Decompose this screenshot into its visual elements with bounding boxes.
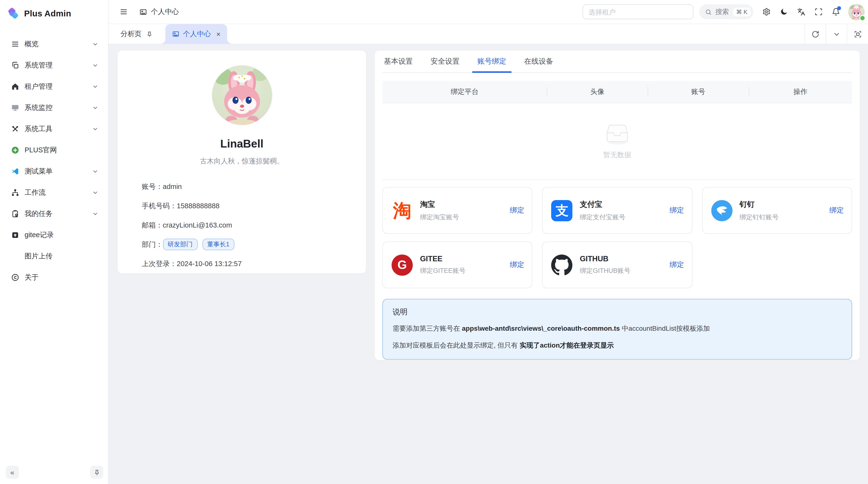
bind-link[interactable]: 绑定 [670, 206, 684, 215]
bind-link[interactable]: 绑定 [830, 206, 844, 215]
sidebar-item-label: 我的任务 [25, 209, 92, 218]
sidebar-footer: « [6, 466, 103, 479]
maximize-tab-button[interactable] [847, 24, 868, 44]
maximize-icon [854, 30, 862, 38]
profile-motto: 古木向人秋，惊蓬掠鬓稠。 [200, 157, 284, 166]
sidebar-item-2[interactable]: 系统管理 [5, 56, 103, 75]
tenant-select-input[interactable] [582, 4, 693, 19]
settings-button[interactable] [759, 5, 774, 19]
taobao-icon: 淘 [393, 201, 411, 220]
app-logo-icon [7, 7, 20, 20]
table-column-header: 头像 [547, 87, 648, 96]
notification-dot [837, 6, 841, 10]
field-value: 2024-10-06 13:12:57 [177, 260, 242, 267]
app-title: Plus Admin [24, 9, 71, 19]
gitee-icon: G [392, 254, 413, 276]
profile-field-row: 部门：研发部门董事长1 [142, 235, 356, 254]
bind-link[interactable]: 绑定 [670, 260, 684, 269]
sidebar-toggle-button[interactable] [116, 5, 131, 19]
panel-tab-1[interactable]: 基本设置 [382, 51, 414, 72]
tasks-icon [11, 209, 19, 218]
platform-name: 淘宝 [420, 199, 510, 209]
icon-spacer [11, 252, 19, 260]
bind-card-支付宝: 支 支付宝 绑定支付宝账号 绑定 [542, 187, 692, 234]
search-icon [705, 8, 712, 15]
sidebar-collapse-button[interactable]: « [6, 466, 19, 479]
profile-field-row: 邮箱：crazyLionLi@163.com [142, 216, 356, 235]
tab-label: 个人中心 [183, 29, 211, 39]
field-label: 部门： [142, 240, 163, 249]
tab-1[interactable]: 分析页 [108, 24, 157, 44]
moon-button[interactable] [776, 5, 791, 19]
chevron-down-tab-button[interactable] [826, 24, 847, 44]
column-divider [547, 87, 547, 97]
sidebar-item-11[interactable]: 图片上传 [5, 246, 103, 266]
workflow-icon [11, 188, 19, 196]
tab-close-icon[interactable]: × [216, 30, 221, 38]
field-label: 手机号码： [142, 201, 177, 211]
table-column-header: 绑定平台 [382, 87, 547, 96]
panel-tab-label: 在线设备 [524, 57, 553, 66]
global-search-button[interactable]: 搜索 ⌘ K [699, 4, 753, 19]
panel-tab-3[interactable]: 账号绑定 [476, 51, 508, 72]
platform-name: 支付宝 [580, 199, 670, 209]
panel-tab-label: 基本设置 [384, 57, 413, 66]
note-line: 需要添加第三方账号在 apps\web-antd\src\views\_core… [393, 323, 842, 334]
platform-logo: 淘 [392, 200, 413, 221]
sidebar-item-8[interactable]: 工作流 [5, 183, 103, 202]
fullscreen-button[interactable] [811, 5, 826, 19]
chevron-down-icon [92, 41, 98, 47]
sidebar-item-10[interactable]: ¥gitee记录 [5, 225, 103, 245]
sidebar-item-4[interactable]: 系统监控 [5, 98, 103, 117]
table-column-header: 账号 [648, 87, 749, 96]
platform-desc: 绑定GITHUB账号 [580, 266, 670, 275]
platform-logo [551, 254, 572, 276]
field-label: 邮箱： [142, 221, 163, 230]
language-button[interactable] [794, 5, 808, 19]
sidebar-item-3[interactable]: 租户管理 [5, 77, 103, 96]
moon-icon [779, 8, 788, 16]
bind-link[interactable]: 绑定 [510, 206, 524, 215]
user-avatar[interactable] [848, 4, 865, 20]
vscode-icon [11, 167, 19, 175]
page-tabbar: 分析页个人中心× [108, 24, 868, 44]
bell-button[interactable] [829, 5, 843, 19]
sidebar-menu: 概览系统管理租户管理系统监控系统工具PLUS官网测试菜单工作流我的任务¥gite… [0, 20, 108, 287]
fullscreen-icon [814, 8, 823, 16]
tabs: 分析页个人中心× [108, 24, 227, 44]
menu-icon [11, 40, 19, 48]
github-icon [551, 254, 572, 276]
alipay-icon: 支 [551, 200, 572, 221]
sidebar-item-12[interactable]: 关于 [5, 267, 103, 287]
panel-tab-2[interactable]: 安全设置 [429, 51, 461, 72]
profile-card-icon [172, 30, 179, 38]
field-value: crazyLionLi@163.com [163, 221, 232, 229]
tab-2[interactable]: 个人中心× [165, 24, 227, 44]
sidebar-item-5[interactable]: 系统工具 [5, 119, 103, 138]
tab-controls [804, 24, 868, 44]
bind-table-header: 绑定平台头像账号操作 [382, 81, 852, 103]
sidebar-item-6[interactable]: PLUS官网 [5, 140, 103, 160]
sidebar-item-7[interactable]: 测试菜单 [5, 161, 103, 181]
bind-link[interactable]: 绑定 [510, 260, 524, 269]
chevron-down-icon [92, 211, 98, 217]
chevron-down-icon [92, 168, 98, 174]
dingtalk-icon [711, 200, 732, 221]
sidebar-item-9[interactable]: 我的任务 [5, 204, 103, 223]
sidebar-item-1[interactable]: 概览 [5, 34, 103, 54]
empty-inbox-icon [604, 123, 631, 145]
sidebar-item-label: 系统监控 [25, 103, 92, 112]
note-lines: 需要添加第三方账号在 apps\web-antd\src\views\_core… [393, 323, 842, 351]
refresh-tab-button[interactable] [804, 24, 826, 44]
bind-platform-grid: 淘 淘宝 绑定淘宝账号 绑定支 支付宝 绑定支付宝账号 绑定 钉钉 绑定钉钉账号… [382, 187, 852, 288]
refresh-icon [811, 30, 819, 38]
platform-logo [711, 200, 732, 221]
panel-tab-4[interactable]: 在线设备 [523, 51, 555, 72]
platform-logo: 支 [551, 200, 572, 221]
settings-icon [762, 8, 770, 16]
note-title: 说明 [393, 307, 842, 317]
pin-icon [146, 31, 153, 37]
field-label: 上次登录： [142, 259, 177, 268]
sidebar-pin-button[interactable] [90, 466, 103, 479]
chevron-down-icon [833, 30, 840, 38]
